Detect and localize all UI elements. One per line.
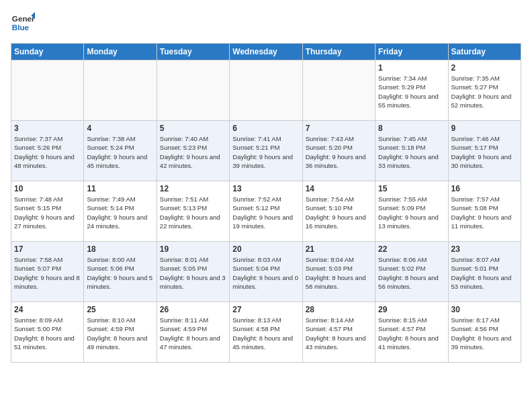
calendar-cell: [230, 60, 302, 121]
day-info: Sunrise: 7:51 AMSunset: 5:13 PMDaylight:…: [160, 195, 226, 230]
calendar-cell: 15Sunrise: 7:55 AMSunset: 5:09 PMDayligh…: [375, 181, 448, 242]
day-info: Sunrise: 8:09 AMSunset: 5:00 PMDaylight:…: [14, 316, 81, 351]
calendar-week-row: 3Sunrise: 7:37 AMSunset: 5:26 PMDaylight…: [11, 121, 521, 181]
calendar-cell: 22Sunrise: 8:06 AMSunset: 5:02 PMDayligh…: [375, 242, 448, 302]
day-info: Sunrise: 7:35 AMSunset: 5:27 PMDaylight:…: [451, 74, 518, 109]
day-info: Sunrise: 8:06 AMSunset: 5:02 PMDaylight:…: [378, 255, 445, 291]
calendar-cell: 21Sunrise: 8:04 AMSunset: 5:03 PMDayligh…: [302, 242, 375, 302]
calendar-cell: 18Sunrise: 8:00 AMSunset: 5:06 PMDayligh…: [84, 242, 157, 302]
calendar-cell: 26Sunrise: 8:11 AMSunset: 4:59 PMDayligh…: [157, 302, 229, 363]
day-number: 22: [378, 244, 445, 254]
day-number: 20: [232, 244, 299, 254]
day-number: 4: [87, 124, 153, 133]
calendar-cell: 20Sunrise: 8:03 AMSunset: 5:04 PMDayligh…: [230, 242, 302, 302]
day-number: 6: [232, 124, 299, 133]
calendar-cell: 10Sunrise: 7:48 AMSunset: 5:15 PMDayligh…: [11, 181, 84, 242]
page-header: General Blue: [11, 11, 521, 35]
day-number: 25: [87, 305, 153, 314]
day-number: 7: [306, 124, 372, 133]
calendar-cell: 5Sunrise: 7:40 AMSunset: 5:23 PMDaylight…: [157, 121, 229, 181]
day-info: Sunrise: 8:10 AMSunset: 4:59 PMDaylight:…: [87, 316, 153, 351]
day-info: Sunrise: 7:37 AMSunset: 5:26 PMDaylight:…: [14, 134, 81, 170]
day-info: Sunrise: 7:34 AMSunset: 5:29 PMDaylight:…: [378, 74, 445, 109]
day-number: 10: [14, 184, 81, 193]
weekday-header: Thursday: [302, 44, 375, 60]
calendar-cell: 9Sunrise: 7:46 AMSunset: 5:17 PMDaylight…: [448, 121, 521, 181]
calendar-cell: 2Sunrise: 7:35 AMSunset: 5:27 PMDaylight…: [448, 60, 521, 121]
day-number: 24: [14, 305, 81, 314]
day-info: Sunrise: 8:14 AMSunset: 4:57 PMDaylight:…: [306, 316, 372, 351]
day-info: Sunrise: 7:38 AMSunset: 5:24 PMDaylight:…: [87, 134, 153, 170]
weekday-header: Friday: [375, 44, 448, 60]
calendar-cell: 13Sunrise: 7:52 AMSunset: 5:12 PMDayligh…: [230, 181, 302, 242]
day-info: Sunrise: 8:00 AMSunset: 5:06 PMDaylight:…: [87, 255, 153, 291]
calendar-cell: 16Sunrise: 7:57 AMSunset: 5:08 PMDayligh…: [448, 181, 521, 242]
day-number: 8: [378, 124, 445, 133]
weekday-header: Wednesday: [230, 44, 302, 60]
calendar-cell: 1Sunrise: 7:34 AMSunset: 5:29 PMDaylight…: [375, 60, 448, 121]
weekday-header: Monday: [84, 44, 157, 60]
calendar-cell: 29Sunrise: 8:15 AMSunset: 4:57 PMDayligh…: [375, 302, 448, 363]
calendar-week-row: 24Sunrise: 8:09 AMSunset: 5:00 PMDayligh…: [11, 302, 521, 363]
day-number: 2: [451, 63, 518, 73]
calendar-cell: 17Sunrise: 7:58 AMSunset: 5:07 PMDayligh…: [11, 242, 84, 302]
day-info: Sunrise: 8:07 AMSunset: 5:01 PMDaylight:…: [451, 255, 518, 291]
day-info: Sunrise: 7:41 AMSunset: 5:21 PMDaylight:…: [232, 134, 299, 170]
day-info: Sunrise: 7:46 AMSunset: 5:17 PMDaylight:…: [451, 134, 518, 170]
day-number: 5: [160, 124, 226, 133]
day-number: 1: [378, 63, 445, 73]
calendar-cell: 19Sunrise: 8:01 AMSunset: 5:05 PMDayligh…: [157, 242, 229, 302]
calendar-cell: 6Sunrise: 7:41 AMSunset: 5:21 PMDaylight…: [230, 121, 302, 181]
calendar-week-row: 17Sunrise: 7:58 AMSunset: 5:07 PMDayligh…: [11, 242, 521, 302]
day-number: 15: [378, 184, 445, 193]
day-number: 29: [378, 305, 445, 314]
day-info: Sunrise: 8:03 AMSunset: 5:04 PMDaylight:…: [232, 255, 299, 291]
calendar-cell: 25Sunrise: 8:10 AMSunset: 4:59 PMDayligh…: [84, 302, 157, 363]
weekday-header: Saturday: [448, 44, 521, 60]
calendar-cell: [302, 60, 375, 121]
calendar-table: SundayMondayTuesdayWednesdayThursdayFrid…: [11, 43, 521, 363]
day-info: Sunrise: 7:48 AMSunset: 5:15 PMDaylight:…: [14, 195, 81, 230]
day-info: Sunrise: 7:57 AMSunset: 5:08 PMDaylight:…: [451, 195, 518, 230]
day-number: 19: [160, 244, 226, 254]
day-number: 11: [87, 184, 153, 193]
calendar-cell: 14Sunrise: 7:54 AMSunset: 5:10 PMDayligh…: [302, 181, 375, 242]
calendar-cell: [157, 60, 229, 121]
calendar-cell: 8Sunrise: 7:45 AMSunset: 5:18 PMDaylight…: [375, 121, 448, 181]
calendar-cell: 28Sunrise: 8:14 AMSunset: 4:57 PMDayligh…: [302, 302, 375, 363]
day-number: 13: [232, 184, 299, 193]
calendar-cell: 7Sunrise: 7:43 AMSunset: 5:20 PMDaylight…: [302, 121, 375, 181]
day-info: Sunrise: 7:55 AMSunset: 5:09 PMDaylight:…: [378, 195, 445, 230]
calendar-cell: 11Sunrise: 7:49 AMSunset: 5:14 PMDayligh…: [84, 181, 157, 242]
calendar-week-row: 10Sunrise: 7:48 AMSunset: 5:15 PMDayligh…: [11, 181, 521, 242]
day-info: Sunrise: 8:11 AMSunset: 4:59 PMDaylight:…: [160, 316, 226, 351]
calendar-cell: [84, 60, 157, 121]
day-info: Sunrise: 8:04 AMSunset: 5:03 PMDaylight:…: [306, 255, 372, 291]
weekday-header: Tuesday: [157, 44, 229, 60]
day-number: 9: [451, 124, 518, 133]
day-info: Sunrise: 7:45 AMSunset: 5:18 PMDaylight:…: [378, 134, 445, 170]
day-number: 28: [306, 305, 372, 314]
calendar-cell: 3Sunrise: 7:37 AMSunset: 5:26 PMDaylight…: [11, 121, 84, 181]
day-info: Sunrise: 8:01 AMSunset: 5:05 PMDaylight:…: [160, 255, 226, 291]
day-number: 21: [306, 244, 372, 254]
calendar-cell: 27Sunrise: 8:13 AMSunset: 4:58 PMDayligh…: [230, 302, 302, 363]
day-info: Sunrise: 7:54 AMSunset: 5:10 PMDaylight:…: [306, 195, 372, 230]
day-info: Sunrise: 7:43 AMSunset: 5:20 PMDaylight:…: [306, 134, 372, 170]
calendar-week-row: 1Sunrise: 7:34 AMSunset: 5:29 PMDaylight…: [11, 60, 521, 121]
weekday-header: Sunday: [11, 44, 84, 60]
calendar-cell: 23Sunrise: 8:07 AMSunset: 5:01 PMDayligh…: [448, 242, 521, 302]
calendar-body: 1Sunrise: 7:34 AMSunset: 5:29 PMDaylight…: [11, 60, 521, 363]
day-info: Sunrise: 8:15 AMSunset: 4:57 PMDaylight:…: [378, 316, 445, 351]
calendar-cell: 24Sunrise: 8:09 AMSunset: 5:00 PMDayligh…: [11, 302, 84, 363]
day-number: 16: [451, 184, 518, 193]
day-number: 18: [87, 244, 153, 254]
day-number: 26: [160, 305, 226, 314]
logo: General Blue: [11, 11, 35, 35]
day-number: 27: [232, 305, 299, 314]
day-info: Sunrise: 7:58 AMSunset: 5:07 PMDaylight:…: [14, 255, 81, 291]
day-info: Sunrise: 7:40 AMSunset: 5:23 PMDaylight:…: [160, 134, 226, 170]
day-number: 14: [306, 184, 372, 193]
day-number: 23: [451, 244, 518, 254]
calendar-cell: 4Sunrise: 7:38 AMSunset: 5:24 PMDaylight…: [84, 121, 157, 181]
